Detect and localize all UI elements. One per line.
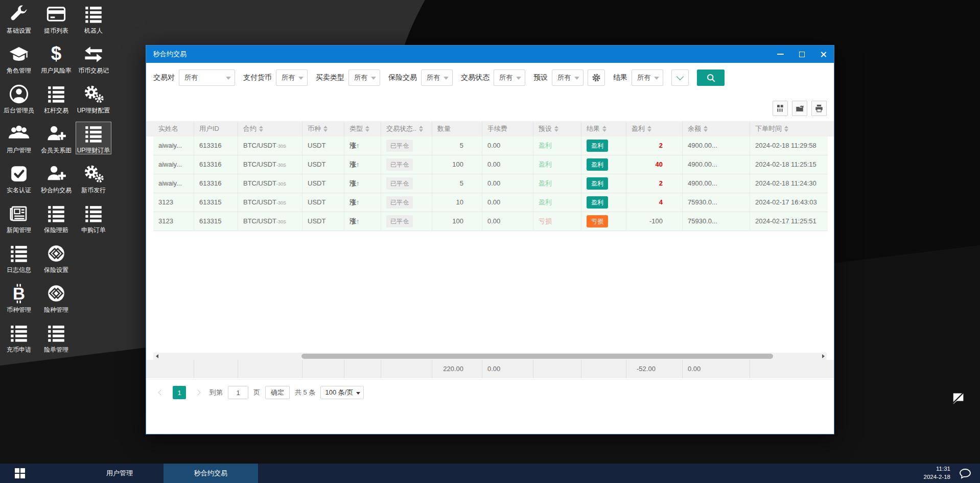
chevron-down-icon: [654, 77, 659, 80]
table-row[interactable]: aiwaiy... 613316 BTC/USDT-30S USDT 涨↑ 已平…: [153, 136, 828, 155]
cell-result: 盈利: [581, 136, 626, 155]
desktop-item-new-coin-issue[interactable]: 新币发行: [76, 162, 111, 194]
maximize-button[interactable]: [791, 45, 812, 63]
goto-page-input[interactable]: [228, 386, 248, 399]
desktop-item-insurance-settings[interactable]: 保险设置: [38, 241, 74, 274]
desktop-item-user-management[interactable]: 用户管理: [1, 122, 37, 154]
desktop-item-insurance-type-management[interactable]: 险种管理: [38, 281, 74, 314]
columns-filter-button[interactable]: [773, 101, 788, 116]
taskbar-item-user-management[interactable]: 用户管理: [76, 464, 164, 483]
desktop-item-label: 会员关系图: [41, 146, 72, 154]
header-coin[interactable]: 币种: [302, 121, 344, 136]
start-button[interactable]: [0, 464, 40, 483]
filter-trading-pair: 交易对 所有: [153, 70, 235, 86]
print-button[interactable]: [811, 101, 827, 116]
desktop-item-label: 保险理赔: [44, 226, 68, 234]
result-select[interactable]: 所有: [632, 70, 663, 86]
desktop-item-withdraw-list[interactable]: 提币列表: [38, 2, 74, 35]
desktop-item-up-finance-orders[interactable]: UP理财订单: [76, 122, 111, 154]
current-page-button[interactable]: 1: [173, 386, 186, 399]
header-profit[interactable]: 盈利: [626, 121, 683, 136]
desktop-item-role-management[interactable]: 角色管理: [1, 42, 37, 75]
preset-settings-button[interactable]: [588, 70, 605, 86]
notification-muted-icon[interactable]: [950, 391, 966, 406]
minimize-icon: [777, 54, 784, 55]
window-title: 秒合约交易: [146, 50, 769, 59]
desktop-item-admin-manager[interactable]: 后台管理员: [1, 82, 37, 114]
desktop-item-member-graph[interactable]: 会员关系图: [38, 122, 74, 154]
header-preset[interactable]: 预设: [533, 121, 581, 136]
table-row[interactable]: aiwaiy... 613316 BTC/USDT-30S USDT 涨↑ 已平…: [153, 155, 828, 174]
scroll-right-arrow-icon[interactable]: [820, 353, 827, 360]
summary-coin: [302, 360, 344, 378]
desktop-item-policy-management[interactable]: 险单管理: [38, 321, 74, 354]
cell-realname: 3123: [153, 193, 194, 212]
cell-coin: USDT: [302, 136, 344, 155]
desktop-item-subscription-orders[interactable]: 申购订单: [76, 201, 111, 234]
columns-icon: [776, 104, 785, 113]
header-contract[interactable]: 合约: [238, 121, 302, 136]
confirm-button[interactable]: 确定: [265, 386, 290, 399]
desktop-item-coin-management[interactable]: 币种管理: [1, 281, 37, 314]
trade-status-select[interactable]: 所有: [494, 70, 525, 86]
scroll-left-arrow-icon[interactable]: [153, 353, 160, 360]
cell-status: 已平仓: [381, 193, 432, 212]
taskbar-clock[interactable]: 11:31 2024-2-18: [924, 465, 950, 481]
preset-select[interactable]: 所有: [552, 70, 584, 86]
desktop-item-up-finance-config[interactable]: UP理财配置: [76, 82, 111, 114]
horizontal-scrollbar[interactable]: [153, 353, 827, 360]
cell-contract: BTC/USDT-30S: [238, 193, 302, 212]
taskbar-item-second-contract[interactable]: 秒合约交易: [164, 464, 258, 483]
per-page-select[interactable]: 100 条/页: [320, 386, 364, 399]
desktop-item-user-risk-rate[interactable]: 用户风险率: [38, 42, 74, 75]
table-row[interactable]: 3123 613315 BTC/USDT-30S USDT 涨↑ 已平仓 10 …: [153, 193, 828, 212]
desktop-item-kyc[interactable]: 实名认证: [1, 162, 37, 194]
cell-time: 2024-02-18 11:29:58: [750, 136, 828, 155]
header-order-time[interactable]: 下单时间: [750, 121, 828, 136]
close-button[interactable]: [812, 45, 834, 63]
summary-profit: -52.00: [626, 360, 683, 378]
cell-balance: 75930.0...: [683, 212, 750, 231]
desktop-item-coin-trade-log[interactable]: 币币交易记: [76, 42, 111, 75]
next-page-button[interactable]: [191, 386, 204, 399]
desktop-item-news-management[interactable]: 新闻管理: [1, 201, 37, 234]
cell-userid: 613316: [194, 136, 238, 155]
header-result[interactable]: 结果: [581, 121, 626, 136]
desktop-item-label: UP理财订单: [77, 146, 110, 154]
prev-page-button[interactable]: [154, 386, 168, 399]
summary-fee: 0.00: [482, 360, 533, 378]
search-icon: [706, 73, 716, 83]
cell-status: 已平仓: [381, 136, 432, 155]
desktop-item-second-contract[interactable]: 秒合约交易: [38, 162, 74, 194]
table-row[interactable]: aiwaiy... 613316 BTC/USDT-30S USDT 涨↑ 已平…: [153, 174, 828, 193]
table-row[interactable]: 3123 613315 BTC/USDT-30S USDT 涨↑ 已平仓 100…: [153, 212, 828, 231]
user-plus-icon: [45, 123, 67, 145]
scrollbar-thumb[interactable]: [301, 354, 773, 359]
filter-label: 结果: [613, 73, 627, 82]
desktop-item-insurance-claims[interactable]: 保险理赔: [38, 201, 74, 234]
pay-currency-select[interactable]: 所有: [276, 70, 308, 86]
chevron-down-icon: [444, 77, 449, 80]
desktop-item-log-info[interactable]: 日志信息: [1, 241, 37, 274]
desktop-item-label: 日志信息: [7, 266, 31, 273]
trade-type-select[interactable]: 所有: [348, 70, 380, 86]
expand-filters-button[interactable]: [671, 70, 689, 86]
desktop-item-robot[interactable]: 机器人: [76, 2, 111, 35]
list-icon: [45, 323, 67, 344]
header-userid: 用户ID: [194, 121, 238, 136]
minimize-button[interactable]: [769, 45, 791, 63]
header-trade-status[interactable]: 交易状态..: [381, 121, 432, 136]
admin-user-icon: [8, 83, 30, 105]
insurance-trade-select[interactable]: 所有: [421, 70, 453, 86]
desktop-item-basic-settings[interactable]: 基础设置: [1, 2, 37, 35]
desktop-item-leverage-trade[interactable]: 杠杆交易: [38, 82, 74, 114]
trading-pair-select[interactable]: 所有: [179, 70, 235, 86]
header-balance[interactable]: 余额: [683, 121, 750, 136]
window-titlebar[interactable]: 秒合约交易: [146, 45, 834, 63]
search-button[interactable]: [697, 70, 725, 86]
desktop-item-deposit-request[interactable]: 充币申请: [1, 321, 37, 354]
cell-realname: aiwaiy...: [153, 136, 194, 155]
export-button[interactable]: [792, 101, 807, 116]
chat-button[interactable]: [958, 464, 973, 483]
header-type[interactable]: 类型: [344, 121, 381, 136]
